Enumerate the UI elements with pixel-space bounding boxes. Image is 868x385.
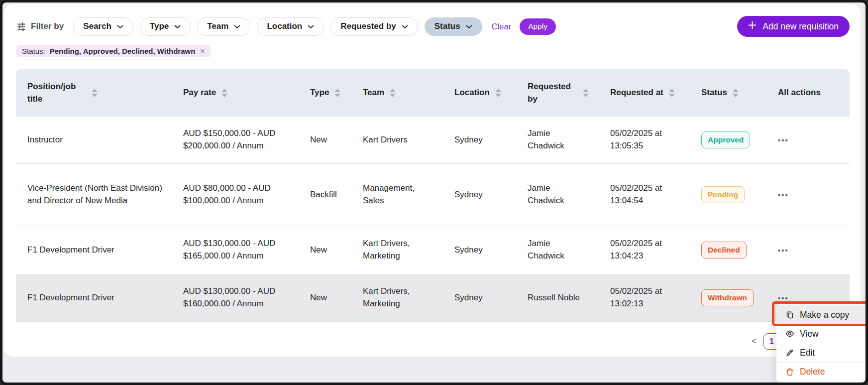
cell-pay-rate: AUD $130,000.00 - AUD $160,000.00 / Annu…	[172, 274, 299, 321]
filter-dropdown-label: Status	[434, 21, 460, 31]
menu-item-label: View	[800, 329, 819, 339]
filter-dropdown-requested-by[interactable]: Requested by	[330, 17, 418, 36]
previous-page-button[interactable]: <	[752, 336, 757, 347]
cell-status: Declined	[690, 226, 766, 274]
cell-position: F1 Development Driver	[16, 274, 172, 321]
chevron-down-icon	[308, 21, 314, 31]
cell-requested-at: 05/02/2025 at 13:04:23	[599, 226, 690, 274]
menu-item-label: Make a copy	[800, 310, 849, 320]
sort-icon	[583, 89, 589, 97]
cell-team: Management, Sales	[351, 164, 443, 226]
cell-status: Pending	[690, 164, 766, 226]
requisitions-panel: Filter by Search Type Team Location Requ…	[4, 4, 861, 357]
add-new-requisition-label: Add new requisition	[762, 21, 839, 32]
plus-icon	[748, 21, 757, 32]
filter-dropdown-label: Location	[267, 21, 302, 31]
cell-requested-by: Russell Noble	[516, 274, 599, 321]
row-actions-menu-button[interactable]: •••	[778, 247, 789, 254]
chip-values: Pending, Approved, Declined, Withdrawn	[50, 47, 196, 55]
row-actions-menu-button[interactable]: •••	[778, 294, 789, 302]
cell-pay-rate: AUD $150,000.00 - AUD $200,000.00 / Annu…	[172, 117, 299, 163]
menu-item-label: Edit	[800, 348, 815, 358]
cell-team: Kart Drivers	[351, 117, 443, 163]
cell-team: Kart Drivers, Marketing	[351, 226, 443, 274]
column-header-status[interactable]: Status	[690, 69, 766, 117]
column-header-location[interactable]: Location	[443, 69, 516, 117]
cell-pay-rate: AUD $80,000.00 - AUD $100,000.00 / Annum	[172, 164, 299, 226]
sort-icon	[733, 89, 739, 97]
menu-item-view[interactable]: View	[776, 324, 865, 343]
cell-location: Sydney	[443, 226, 516, 274]
cell-type: Backfill	[299, 164, 351, 226]
filter-dropdown-label: Search	[83, 21, 111, 31]
table-row: Vice-President (North East Division) and…	[16, 164, 850, 226]
active-filters-row: Status: Pending, Approved, Declined, Wit…	[4, 37, 861, 57]
status-filter-chip: Status: Pending, Approved, Declined, Wit…	[16, 45, 211, 57]
cell-type: New	[299, 274, 351, 321]
cell-status: Approved	[690, 117, 766, 163]
apply-filters-button[interactable]: Apply	[520, 18, 556, 35]
cell-requested-by: Jamie Chadwick	[516, 117, 599, 163]
cell-requested-by: Jamie Chadwick	[516, 164, 599, 226]
column-header-requested-by[interactable]: Requested by	[516, 69, 599, 117]
menu-item-make-a-copy[interactable]: Make a copy	[776, 305, 865, 324]
status-badge: Pending	[701, 186, 745, 203]
pencil-icon	[785, 348, 794, 357]
table-row: Instructor AUD $150,000.00 - AUD $200,00…	[16, 117, 850, 164]
eye-icon	[785, 329, 794, 338]
cell-actions: •••	[766, 226, 850, 274]
cell-type: New	[299, 117, 351, 163]
cell-requested-at: 05/02/2025 at 13:04:54	[599, 164, 690, 226]
close-icon[interactable]: ✕	[200, 47, 205, 55]
requisitions-table: Position/job title Pay rate Type Team Lo…	[16, 69, 850, 322]
cell-requested-by: Jamie Chadwick	[516, 226, 599, 274]
column-header-type[interactable]: Type	[299, 69, 351, 117]
clear-filters-link[interactable]: Clear	[492, 22, 511, 31]
chevron-down-icon	[402, 21, 408, 31]
menu-item-label: Delete	[800, 367, 825, 377]
chip-prefix: Status:	[22, 47, 45, 55]
menu-item-delete[interactable]: Delete	[776, 362, 865, 381]
table-row: F1 Development Driver AUD $130,000.00 - …	[16, 226, 850, 274]
cell-position: Vice-President (North East Division) and…	[16, 164, 172, 226]
column-header-team[interactable]: Team	[351, 69, 443, 117]
row-actions-menu-button[interactable]: •••	[778, 191, 789, 199]
filter-by-text: Filter by	[31, 21, 64, 31]
chevron-down-icon	[234, 21, 240, 31]
menu-item-edit[interactable]: Edit	[776, 343, 865, 362]
cell-requested-at: 05/02/2025 at 13:02:13	[599, 274, 690, 321]
status-badge: Declined	[701, 242, 747, 258]
chevron-down-icon	[466, 21, 472, 31]
filter-bar: Filter by Search Type Team Location Requ…	[4, 4, 861, 37]
sort-icon	[495, 89, 501, 97]
filter-by-label: Filter by	[16, 21, 64, 31]
filter-dropdown-label: Requested by	[340, 21, 396, 31]
column-header-requested-at[interactable]: Requested at	[599, 69, 690, 117]
cell-status: Withdrawn	[690, 274, 766, 321]
filter-dropdown-location[interactable]: Location	[257, 17, 324, 36]
table-header-row: Position/job title Pay rate Type Team Lo…	[16, 69, 850, 117]
pagination: < 1	[752, 333, 780, 350]
trash-icon	[785, 368, 794, 377]
column-header-all-actions: All actions	[766, 69, 850, 117]
add-new-requisition-button[interactable]: Add new requisition	[737, 16, 850, 37]
filter-dropdown-team[interactable]: Team	[197, 17, 250, 36]
cell-position: F1 Development Driver	[16, 226, 172, 274]
sort-icon	[92, 89, 98, 97]
sliders-icon	[16, 21, 26, 31]
cell-location: Sydney	[443, 117, 516, 163]
cell-team: Kart Drivers, Marketing	[351, 274, 443, 321]
column-header-position[interactable]: Position/job title	[16, 69, 172, 117]
sort-icon	[390, 89, 396, 97]
sort-icon	[334, 89, 340, 97]
cell-position: Instructor	[16, 117, 172, 163]
row-actions-menu-button[interactable]: •••	[778, 136, 789, 144]
column-header-pay-rate[interactable]: Pay rate	[172, 69, 299, 117]
filter-dropdown-type[interactable]: Type	[140, 17, 191, 36]
app-window: Filter by Search Type Team Location Requ…	[0, 0, 868, 385]
row-actions-context-menu: Make a copy View Edit	[776, 304, 865, 383]
filter-dropdown-search[interactable]: Search	[73, 17, 133, 36]
filter-dropdown-status[interactable]: Status	[425, 17, 482, 36]
sort-icon	[221, 89, 227, 97]
chevron-down-icon	[117, 21, 123, 31]
